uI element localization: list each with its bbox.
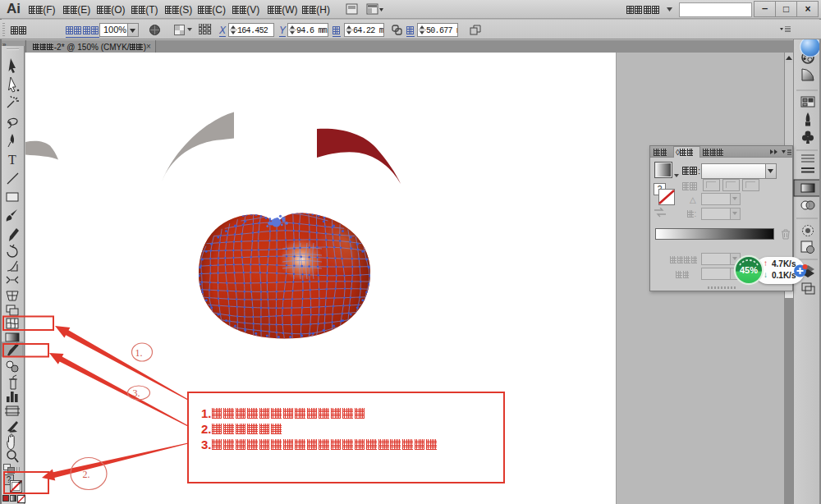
svg-text:2.: 2.	[83, 469, 90, 480]
svg-text:1.: 1.	[135, 347, 143, 359]
svg-text:3.: 3.	[133, 387, 140, 399]
